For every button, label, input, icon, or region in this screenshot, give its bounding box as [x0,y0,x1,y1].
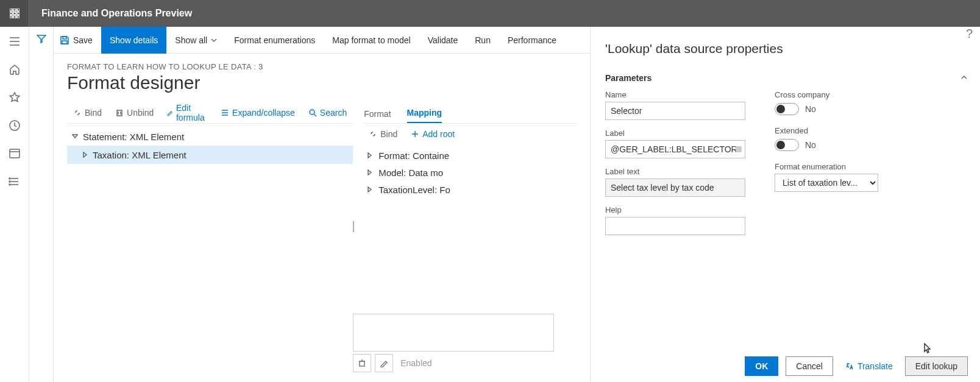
svg-rect-21 [63,37,66,39]
tab-mapping[interactable]: Mapping [407,108,442,123]
translate-icon [845,362,854,370]
format-enumerations-button[interactable]: Format enumerations [225,27,324,54]
breadcrumb: FORMAT TO LEARN HOW TO LOOKUP LE DATA : … [67,62,577,71]
label-text-readonly: Select tax level by tax code [605,179,745,197]
translate-button[interactable]: Translate [840,356,898,376]
svg-rect-3 [10,12,12,15]
cancel-button[interactable]: Cancel [786,356,833,376]
workspaces-icon[interactable] [9,147,21,160]
command-bar: Save Show details Show all Format enumer… [54,27,590,54]
show-details-button[interactable]: Show details [101,27,166,54]
help-field: Help [605,205,745,235]
svg-rect-33 [360,361,364,366]
filter-rail[interactable] [29,27,54,382]
trash-icon [358,359,366,367]
save-label: Save [73,35,93,45]
label-text-field: Label text Select tax level by tax code [605,167,745,197]
tree-child-node[interactable]: Taxation: XML Element [67,146,353,164]
format-tree-pane: Bind Unbind Edit formula Expand/collapse… [67,102,353,370]
twisty-open-icon [72,133,78,140]
svg-rect-23 [117,110,122,116]
details-box [353,314,554,352]
splitter-handle[interactable] [353,221,355,232]
page-title: Format designer [67,73,577,93]
expand-collapse-button[interactable]: Expand/collapse [215,105,301,120]
format-enumeration-field: Format enumeration List of taxation lev.… [775,162,878,192]
svg-point-29 [310,110,314,115]
name-field: Name [605,90,745,120]
save-icon [60,35,69,45]
list-item[interactable]: Model: Data mo [364,164,577,181]
enabled-label: Enabled [400,358,431,368]
cross-company-toggle[interactable] [775,103,799,115]
svg-rect-2 [17,9,20,11]
edit-button[interactable] [375,354,393,372]
cross-company-field: Cross company No [775,90,878,115]
validate-button[interactable]: Validate [419,27,467,54]
svg-point-18 [9,178,10,179]
bind-button[interactable]: Bind [67,105,108,120]
filter-icon [37,34,46,44]
svg-point-20 [9,184,10,185]
delete-button[interactable] [353,354,371,372]
chevron-up-icon[interactable] [960,73,968,83]
hamburger-icon[interactable] [9,35,21,48]
title-bar: Finance and Operations Preview [0,0,980,27]
add-root-button[interactable]: Add root [406,128,460,140]
svg-line-30 [314,114,316,116]
svg-rect-5 [17,12,20,15]
format-enumeration-select[interactable]: List of taxation lev... [775,174,878,192]
svg-rect-1 [13,9,16,11]
info-indicator-icon [736,146,742,152]
help-input[interactable] [605,217,745,235]
format-tree: Statement: XML Element Taxation: XML Ele… [67,127,353,164]
nav-rail [0,27,29,382]
extended-field: Extended No [775,126,878,151]
svg-rect-13 [10,149,20,158]
show-all-button[interactable]: Show all [166,27,225,54]
favorites-icon[interactable] [9,91,21,104]
list-item[interactable]: TaxationLevel: Fo [364,181,577,198]
mapping-pane: Format Mapping Bind Add root Format: Con… [353,102,577,370]
twisty-closed-icon [82,152,88,158]
label-input[interactable] [605,140,745,158]
mapping-list: Format: Containe Model: Data mo Taxation… [364,147,577,198]
tab-format[interactable]: Format [364,109,391,123]
home-icon[interactable] [9,63,21,76]
mapping-bind-button[interactable]: Bind [364,128,402,140]
edit-formula-button[interactable]: Edit formula [161,101,213,125]
app-title: Finance and Operations Preview [41,8,192,19]
extended-toggle[interactable] [775,139,799,151]
designer-body: FORMAT TO LEARN HOW TO LOOKUP LE DATA : … [54,54,590,382]
svg-rect-8 [17,16,20,18]
svg-rect-7 [13,16,16,18]
panel-title: 'Lookup' data source properties [605,41,968,56]
save-button[interactable]: Save [54,27,101,54]
svg-rect-4 [13,12,16,15]
tree-root-node[interactable]: Statement: XML Element [67,127,353,146]
unbind-button[interactable]: Unbind [109,105,160,120]
name-input[interactable] [605,102,745,120]
map-format-button[interactable]: Map format to model [324,27,419,54]
properties-panel: ? 'Lookup' data source properties Parame… [590,27,980,382]
chevron-down-icon [211,35,217,45]
designer-tabs: Format Mapping [364,102,577,124]
recent-icon[interactable] [9,119,21,132]
run-button[interactable]: Run [466,27,499,54]
ok-button[interactable]: OK [745,356,778,376]
help-icon[interactable]: ? [966,27,973,41]
edit-lookup-button[interactable]: Edit lookup [905,356,968,376]
panel-footer: OK Cancel Translate Edit lookup [745,356,968,376]
section-parameters-header[interactable]: Parameters [605,73,652,83]
svg-rect-6 [10,16,12,18]
cursor-icon [923,343,934,354]
app-launcher-icon[interactable] [0,0,29,27]
performance-button[interactable]: Performance [499,27,565,54]
svg-rect-0 [10,9,12,11]
svg-rect-22 [62,41,67,44]
modules-icon[interactable] [9,175,21,188]
search-button[interactable]: Search [302,105,353,120]
list-item[interactable]: Format: Containe [364,147,577,164]
pencil-icon [380,359,388,367]
label-field: Label [605,129,745,158]
